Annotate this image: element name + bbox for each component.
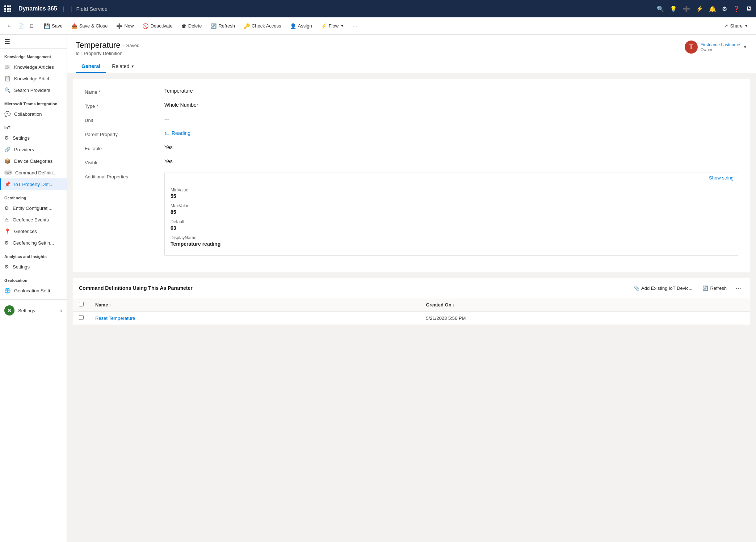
assign-button[interactable]: 👤 Assign: [286, 21, 316, 31]
top-nav-right: 🔍 💡 ➕ ⚡ 🔔 ⚙ ❓ 🖥: [657, 5, 752, 12]
sidebar-section-knowledge: Knowledge Management 📰 Knowledge Article…: [0, 49, 67, 96]
default-key: Default: [171, 219, 732, 224]
sidebar-item-iot-settings[interactable]: ⚙ Settings: [0, 132, 67, 144]
sidebar-item-geofences[interactable]: 📍 Geofences: [0, 225, 67, 237]
subgrid-refresh-icon: 🔄: [702, 285, 708, 291]
subgrid-refresh-button[interactable]: 🔄 Refresh: [699, 284, 730, 293]
owner-expand-icon[interactable]: ▼: [743, 45, 747, 50]
save-button[interactable]: 💾 Save: [40, 21, 66, 31]
parent-property-label: Parent Property: [85, 130, 164, 137]
sidebar-item-device-categories[interactable]: 📦 Device Categories: [0, 155, 67, 167]
geofencing-settings-icon: ⚙: [4, 240, 9, 246]
sidebar-item-geofence-events[interactable]: ⚠ Geofence Events: [0, 214, 67, 225]
form-row-type: Type * Whole Number: [85, 102, 738, 109]
new-icon: ➕: [116, 23, 122, 29]
top-navigation: Dynamics 365 | Field Service 🔍 💡 ➕ ⚡ 🔔 ⚙…: [0, 0, 756, 17]
geofence-events-icon: ⚠: [4, 217, 9, 223]
sidebar-item-settings[interactable]: S Settings ◇: [0, 302, 67, 318]
search-icon[interactable]: 🔍: [657, 5, 664, 12]
display-name-val: Temperature reading: [171, 241, 732, 247]
sidebar-item-collaboration[interactable]: 💬 Collaboration: [0, 108, 67, 120]
back-button[interactable]: ←: [4, 21, 14, 31]
settings-icon[interactable]: ⚙: [722, 5, 727, 12]
default-val: 63: [171, 225, 732, 231]
subgrid-header-row: Name ↑↓ Created On ↓: [73, 298, 750, 312]
more-button[interactable]: ⋯: [349, 21, 361, 31]
new-button[interactable]: ➕ New: [113, 21, 137, 31]
save-close-button[interactable]: 📤 Save & Close: [68, 21, 112, 31]
assign-icon: 👤: [290, 23, 296, 29]
sidebar-hamburger-icon[interactable]: ☰: [4, 38, 10, 45]
remote-icon[interactable]: 🖥: [746, 5, 752, 12]
unit-label: Unit: [85, 116, 164, 123]
record-title-text: Temperature: [76, 41, 121, 50]
flow-button[interactable]: ⚡ Flow ▼: [317, 21, 348, 31]
sidebar-item-providers[interactable]: 🔗 Providers: [0, 144, 67, 155]
deactivate-button[interactable]: 🚫 Deactivate: [139, 21, 176, 31]
refresh-button[interactable]: 🔄 Refresh: [207, 21, 239, 31]
knowledge-articles-icon: 📰: [4, 64, 10, 70]
max-value-key: MaxValue: [171, 203, 732, 208]
detach-button[interactable]: ⊡: [28, 22, 36, 30]
form-row-additional-props: Additional Properties Show string MinVal…: [85, 173, 738, 256]
row-checkbox-cell: [73, 312, 89, 325]
sidebar-item-geolocation-settings[interactable]: 🌐 Geolocation Setti...: [0, 285, 67, 296]
filter-icon[interactable]: ⚡: [696, 5, 703, 12]
owner-area: T Firstname Lastname Owner ▼: [685, 41, 747, 54]
sidebar-item-entity-config[interactable]: ⚙ Entity Configurati...: [0, 202, 67, 214]
sidebar-section-settings: S Settings ◇: [0, 299, 67, 321]
sidebar-section-analytics: Analytics and Insights ⚙ Settings: [0, 249, 67, 272]
settings-avatar: S: [4, 305, 14, 316]
sidebar-item-knowledge-article2[interactable]: 📋 Knowledge Articl...: [0, 73, 67, 84]
deactivate-icon: 🚫: [142, 23, 148, 29]
add-icon[interactable]: ➕: [683, 5, 690, 12]
select-all-checkbox[interactable]: [79, 302, 84, 306]
record-subtitle: IoT Property Definition: [76, 51, 140, 56]
sidebar-item-analytics-settings[interactable]: ⚙ Settings: [0, 261, 67, 272]
type-value: Whole Number: [164, 102, 738, 108]
subgrid-more-button[interactable]: ⋯: [733, 283, 744, 293]
sidebar-item-iot-property[interactable]: 📌 IoT Property Defi...: [0, 178, 67, 190]
waffle-menu[interactable]: [4, 5, 11, 12]
tab-general[interactable]: General: [76, 60, 106, 73]
delete-icon: 🗑: [181, 23, 186, 29]
sidebar-item-search-providers[interactable]: 🔍 Search Providers: [0, 84, 67, 96]
notification-icon[interactable]: 🔔: [709, 5, 716, 12]
table-row: Reset Temperature 5/21/2023 5:56 PM: [73, 312, 750, 325]
col-name-header[interactable]: Name ↑↓: [89, 298, 420, 312]
row-checkbox[interactable]: [79, 315, 84, 320]
max-value-val: 85: [171, 209, 732, 215]
subgrid-table: Name ↑↓ Created On ↓ Res: [73, 298, 750, 325]
sidebar: ☰ Knowledge Management 📰 Knowledge Artic…: [0, 35, 67, 542]
record-view-button[interactable]: 📄: [16, 22, 26, 30]
flow-dropdown-icon: ▼: [340, 24, 344, 28]
row-name-cell[interactable]: Reset Temperature: [89, 312, 420, 325]
record-title-area: Temperature - Saved IoT Property Definit…: [76, 41, 140, 73]
command-definitions-icon: ⌨: [4, 170, 12, 175]
help-icon[interactable]: ❓: [733, 5, 740, 12]
geofences-icon: 📍: [4, 228, 10, 234]
sidebar-item-knowledge-articles[interactable]: 📰 Knowledge Articles: [0, 61, 67, 73]
parent-property-value[interactable]: 🏷 Reading: [164, 130, 738, 136]
entity-config-icon: ⚙: [4, 205, 9, 211]
check-access-button[interactable]: 🔑 Check Access: [240, 21, 285, 31]
col-checkbox-header: [73, 298, 89, 312]
editable-label: Editable: [85, 144, 164, 151]
sidebar-item-command-definitions[interactable]: ⌨ Command Definiti...: [0, 167, 67, 178]
sidebar-section-title-analytics: Analytics and Insights: [0, 249, 67, 261]
delete-button[interactable]: 🗑 Delete: [178, 21, 206, 31]
main-layout: ☰ Knowledge Management 📰 Knowledge Artic…: [0, 35, 756, 542]
tab-related[interactable]: Related ▼: [106, 60, 140, 73]
owner-avatar: T: [685, 41, 698, 54]
share-button[interactable]: ↗ Share ▼: [721, 21, 752, 31]
add-existing-button[interactable]: 📎 Add Existing IoT Devic...: [630, 284, 696, 293]
device-categories-icon: 📦: [4, 158, 10, 164]
show-string-button[interactable]: Show string: [709, 175, 734, 181]
visible-value: Yes: [164, 158, 738, 164]
sidebar-section-geolocation: Geolocation 🌐 Geolocation Setti...: [0, 272, 67, 296]
analytics-settings-icon: ⚙: [4, 264, 9, 270]
lightbulb-icon[interactable]: 💡: [670, 5, 677, 12]
sidebar-item-geofencing-settings[interactable]: ⚙ Geofencing Settin...: [0, 237, 67, 249]
owner-name[interactable]: Firstname Lastname: [701, 42, 740, 47]
col-created-on-header[interactable]: Created On ↓: [420, 298, 750, 312]
